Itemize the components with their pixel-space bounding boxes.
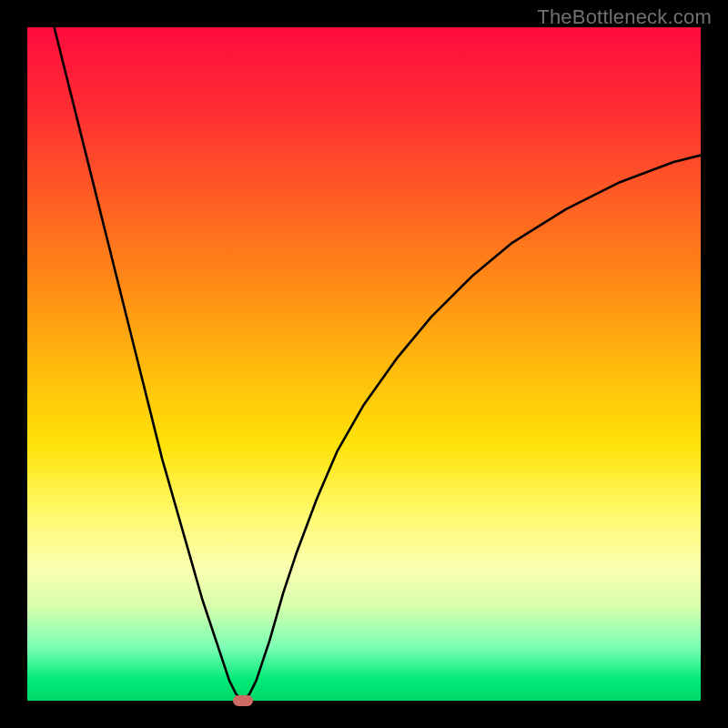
chart-frame: TheBottleneck.com (0, 0, 728, 728)
watermark-text: TheBottleneck.com (537, 5, 712, 29)
plot-area (27, 27, 701, 701)
bottleneck-curve (55, 27, 701, 701)
optimum-marker (233, 695, 253, 706)
curve-svg (27, 27, 701, 701)
